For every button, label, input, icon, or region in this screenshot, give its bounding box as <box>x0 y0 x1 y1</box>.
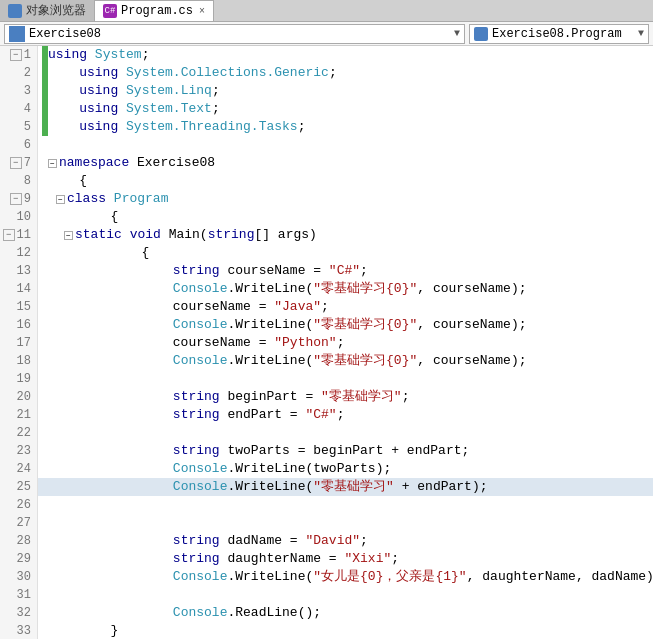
class-label: Exercise08.Program <box>492 27 622 41</box>
ln-24: 24 <box>0 460 37 478</box>
tab-label-browser: 对象浏览器 <box>26 2 86 19</box>
ln-5: 5 <box>0 118 37 136</box>
ln-13: 13 <box>0 262 37 280</box>
code-line-5: using System.Threading.Tasks; <box>38 118 653 136</box>
code-line-30: Console.WriteLine("女儿是{0}，父亲是{1}", daugh… <box>38 568 653 586</box>
code-line-20: string beginPart = "零基础学习"; <box>38 388 653 406</box>
code-line-13: string courseName = "C#"; <box>38 262 653 280</box>
line-numbers: − 1 2 3 4 5 6 − 7 8 − 9 10 − 11 12 13 <box>0 46 38 639</box>
ln-16: 16 <box>0 316 37 334</box>
collapse-1[interactable]: − <box>10 49 22 61</box>
namespace-icon <box>9 26 25 42</box>
code-line-24: Console.WriteLine(twoParts); <box>38 460 653 478</box>
ln-12: 12 <box>0 244 37 262</box>
code-area[interactable]: using System; using System.Collections.G… <box>38 46 653 639</box>
cs-icon: C# <box>103 4 117 18</box>
ln-1: − 1 <box>0 46 37 64</box>
code-line-17: courseName = "Python"; <box>38 334 653 352</box>
ln-25: 25 <box>0 478 37 496</box>
code-line-21: string endPart = "C#"; <box>38 406 653 424</box>
collapse-11[interactable]: − <box>3 229 15 241</box>
ln-2: 2 <box>0 64 37 82</box>
code-line-18: Console.WriteLine("零基础学习{0}", courseName… <box>38 352 653 370</box>
ln-23: 23 <box>0 442 37 460</box>
browser-icon <box>8 4 22 18</box>
ln-4: 4 <box>0 100 37 118</box>
ln-18: 18 <box>0 352 37 370</box>
code-line-26 <box>38 496 653 514</box>
ln-26: 26 <box>0 496 37 514</box>
tab-label-program: Program.cs <box>121 4 193 18</box>
code-line-22 <box>38 424 653 442</box>
class-dropdown-arrow: ▼ <box>638 28 644 39</box>
ln-21: 21 <box>0 406 37 424</box>
ln-19: 19 <box>0 370 37 388</box>
collapse-11-inline[interactable]: − <box>64 231 73 240</box>
tab-close-button[interactable]: × <box>199 6 205 17</box>
code-line-15: courseName = "Java"; <box>38 298 653 316</box>
ln-32: 32 <box>0 604 37 622</box>
code-line-4: using System.Text; <box>38 100 653 118</box>
ln-22: 22 <box>0 424 37 442</box>
code-line-31 <box>38 586 653 604</box>
ln-30: 30 <box>0 568 37 586</box>
code-line-6 <box>38 136 653 154</box>
ln-33: 33 <box>0 622 37 639</box>
collapse-9[interactable]: − <box>10 193 22 205</box>
app-window: 对象浏览器 C# Program.cs × Exercise08 ▼ Exerc… <box>0 0 653 639</box>
ln-27: 27 <box>0 514 37 532</box>
code-line-14: Console.WriteLine("零基础学习{0}", courseName… <box>38 280 653 298</box>
class-icon <box>474 27 488 41</box>
dropdown-arrow: ▼ <box>454 28 460 39</box>
class-dropdown[interactable]: Exercise08.Program ▼ <box>469 24 649 44</box>
ln-31: 31 <box>0 586 37 604</box>
code-line-7: − namespace Exercise08 <box>38 154 653 172</box>
tab-program-cs[interactable]: C# Program.cs × <box>95 0 214 21</box>
code-line-28: string dadName = "David"; <box>38 532 653 550</box>
ln-9: − 9 <box>0 190 37 208</box>
code-line-3: using System.Linq; <box>38 82 653 100</box>
ln-29: 29 <box>0 550 37 568</box>
editor-container: − 1 2 3 4 5 6 − 7 8 − 9 10 − 11 12 13 <box>0 46 653 639</box>
code-line-25: Console.WriteLine("零基础学习" + endPart); <box>38 478 653 496</box>
collapse-7[interactable]: − <box>10 157 22 169</box>
code-line-27 <box>38 514 653 532</box>
code-line-23: string twoParts = beginPart + endPart; <box>38 442 653 460</box>
namespace-label: Exercise08 <box>29 27 101 41</box>
code-line-29: string daughterName = "Xixi"; <box>38 550 653 568</box>
code-line-11: − static void Main(string[] args) <box>38 226 653 244</box>
tab-bar: 对象浏览器 C# Program.cs × <box>0 0 653 22</box>
code-line-9: − class Program <box>38 190 653 208</box>
ln-3: 3 <box>0 82 37 100</box>
code-line-32: Console.ReadLine(); <box>38 604 653 622</box>
namespace-dropdown[interactable]: Exercise08 ▼ <box>4 24 465 44</box>
ln-7: − 7 <box>0 154 37 172</box>
nav-bar: Exercise08 ▼ Exercise08.Program ▼ <box>0 22 653 46</box>
collapse-9-inline[interactable]: − <box>56 195 65 204</box>
ln-20: 20 <box>0 388 37 406</box>
ln-11: − 11 <box>0 226 37 244</box>
collapse-7-inline[interactable]: − <box>48 159 57 168</box>
code-line-33: } <box>38 622 653 639</box>
code-line-16: Console.WriteLine("零基础学习{0}", courseName… <box>38 316 653 334</box>
ln-28: 28 <box>0 532 37 550</box>
code-line-8: { <box>38 172 653 190</box>
ln-10: 10 <box>0 208 37 226</box>
ln-6: 6 <box>0 136 37 154</box>
code-line-10: { <box>38 208 653 226</box>
tab-object-browser[interactable]: 对象浏览器 <box>0 0 95 21</box>
code-line-12: { <box>38 244 653 262</box>
ln-14: 14 <box>0 280 37 298</box>
code-line-1: using System; <box>38 46 653 64</box>
ln-8: 8 <box>0 172 37 190</box>
ln-15: 15 <box>0 298 37 316</box>
ln-17: 17 <box>0 334 37 352</box>
code-line-19 <box>38 370 653 388</box>
code-line-2: using System.Collections.Generic; <box>38 64 653 82</box>
